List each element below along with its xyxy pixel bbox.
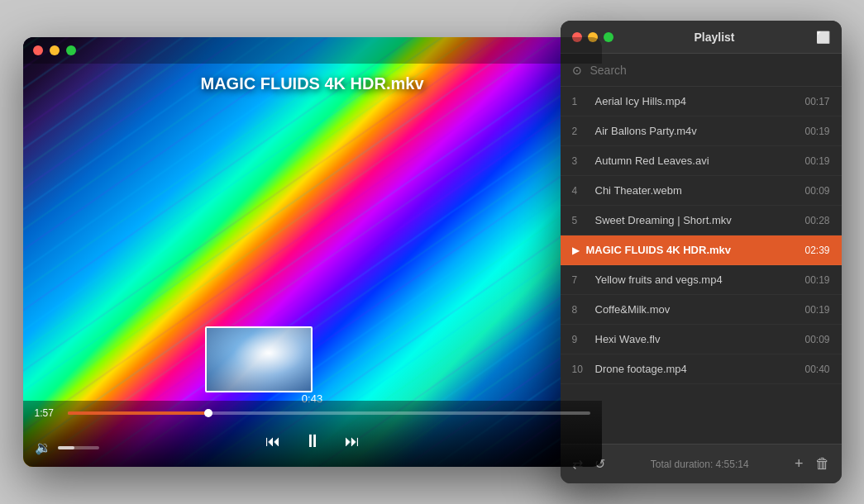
playlist-item[interactable]: 7 Yellow fruits and vegs.mp4 00:19: [561, 265, 842, 295]
playlist-item[interactable]: 10 Drone footage.mp4 00:40: [561, 354, 842, 384]
item-duration: 00:19: [804, 304, 829, 316]
item-duration: 00:09: [804, 185, 829, 197]
item-name: Hexi Wave.flv: [595, 333, 799, 345]
item-name: Air Ballons Party.m4v: [595, 125, 799, 137]
playlist-items: 1 Aerial Icy Hills.mp4 00:17 2 Air Ballo…: [561, 87, 842, 442]
add-icon[interactable]: +: [795, 455, 804, 473]
item-name: Yellow fruits and vegs.mp4: [595, 273, 799, 286]
item-name: Aerial Icy Hills.mp4: [595, 95, 799, 107]
fullscreen-button[interactable]: [66, 45, 76, 55]
item-name: Drone footage.mp4: [595, 363, 799, 375]
playlist-titlebar: Playlist ⬜: [561, 21, 842, 54]
playlist-search-bar: ⊙: [561, 54, 842, 87]
controls-bar: 1:57 ⏮ ⏸ ⏭ 🔉: [23, 401, 602, 467]
play-icon: ▶: [572, 245, 580, 256]
playlist-footer: ⇄ ↺ Total duration: 4:55:14 + 🗑: [561, 444, 842, 483]
current-time: 1:57: [35, 407, 60, 419]
volume-progress: [58, 446, 74, 449]
playlist-title: Playlist: [613, 31, 816, 44]
item-number: 9: [572, 334, 589, 345]
item-number: 4: [572, 185, 589, 197]
total-duration: Total duration: 4:55:14: [617, 459, 783, 470]
seek-bar-row: 1:57: [35, 407, 590, 419]
seek-handle[interactable]: [204, 409, 212, 417]
minimize-button[interactable]: [50, 45, 60, 55]
volume-section: 🔉: [35, 440, 99, 455]
volume-bar[interactable]: [58, 446, 99, 449]
playlist-item[interactable]: 2 Air Ballons Party.m4v 00:19: [561, 116, 842, 146]
playlist-item[interactable]: 3 Autumn Red Leaves.avi 00:19: [561, 146, 842, 176]
playlist-item[interactable]: 8 Coffe&Milk.mov 00:19: [561, 295, 842, 325]
item-number: 3: [572, 155, 589, 167]
close-button[interactable]: [33, 45, 43, 55]
item-name: Chi Theater.webm: [595, 184, 799, 197]
playlist-item[interactable]: 4 Chi Theater.webm 00:09: [561, 176, 842, 206]
item-duration: 00:17: [804, 96, 829, 107]
player-window: MAGIC FLUIDS 4K HDR.mkv 0:43 1:57 ⏮ ⏸ ⏭ …: [23, 37, 602, 467]
item-duration: 00:28: [804, 215, 829, 226]
player-titlebar: [23, 37, 602, 64]
item-duration: 00:40: [804, 364, 829, 375]
playlist-window: Playlist ⬜ ⊙ 1 Aerial Icy Hills.mp4 00:1…: [561, 21, 842, 483]
search-input[interactable]: [590, 64, 830, 77]
playlist-item[interactable]: 5 Sweet Dreaming | Short.mkv 00:28: [561, 206, 842, 235]
seek-progress: [68, 411, 209, 415]
item-duration: 00:19: [804, 155, 829, 167]
previous-button[interactable]: ⏮: [262, 430, 284, 454]
item-duration: 00:19: [804, 274, 829, 286]
item-number: 7: [572, 274, 589, 286]
seek-bar[interactable]: [68, 411, 590, 415]
item-name: Coffe&Milk.mov: [595, 303, 799, 316]
playback-controls: ⏮ ⏸ ⏭: [35, 427, 590, 455]
item-name: Sweet Dreaming | Short.mkv: [595, 214, 799, 226]
playlist-item[interactable]: ▶ MAGIC FLUIDS 4K HDR.mkv 02:39: [561, 235, 842, 265]
item-number: 8: [572, 304, 589, 316]
pause-button[interactable]: ⏸: [300, 427, 325, 455]
playlist-item[interactable]: 9 Hexi Wave.flv 00:09: [561, 325, 842, 354]
item-number: 10: [572, 364, 589, 375]
item-number: 1: [572, 96, 589, 107]
item-number: 5: [572, 215, 589, 226]
delete-icon[interactable]: 🗑: [815, 455, 830, 473]
item-duration: 00:19: [804, 126, 829, 137]
item-number: 2: [572, 126, 589, 137]
playlist-item[interactable]: 1 Aerial Icy Hills.mp4 00:17: [561, 87, 842, 116]
item-duration: 02:39: [804, 245, 829, 256]
item-duration: 00:09: [804, 334, 829, 345]
next-button[interactable]: ⏭: [341, 430, 363, 454]
volume-icon: 🔉: [35, 440, 51, 455]
item-name: Autumn Red Leaves.avi: [595, 155, 799, 167]
playlist-view-toggle[interactable]: ⬜: [816, 31, 830, 44]
playlist-fullscreen-button[interactable]: [604, 32, 613, 42]
item-name: MAGIC FLUIDS 4K HDR.mkv: [586, 244, 799, 256]
video-title: MAGIC FLUIDS 4K HDR.mkv: [23, 74, 602, 93]
seek-preview-thumbnail: [205, 326, 313, 392]
